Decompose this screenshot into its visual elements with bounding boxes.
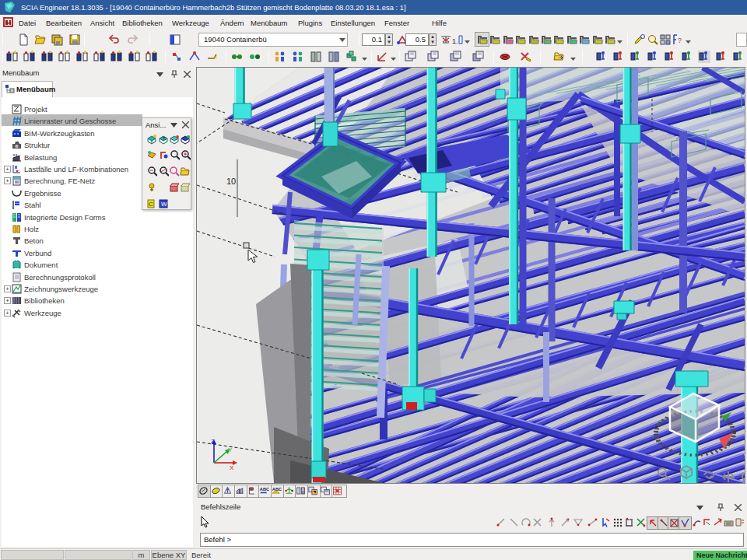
svg-text:ABC: ABC (272, 487, 282, 492)
svg-text:Z: Z (211, 438, 215, 445)
svg-text:Y: Y (228, 446, 233, 453)
svg-text:1.: 1. (452, 37, 458, 45)
svg-text:X: X (230, 464, 234, 471)
svg-text:W: W (161, 201, 167, 208)
svg-text:ABC: ABC (260, 487, 269, 492)
svg-text:10: 10 (226, 177, 236, 186)
svg-text:C: C (149, 201, 153, 208)
svg-text:?: ? (678, 37, 682, 44)
svg-text:T: T (163, 136, 166, 141)
